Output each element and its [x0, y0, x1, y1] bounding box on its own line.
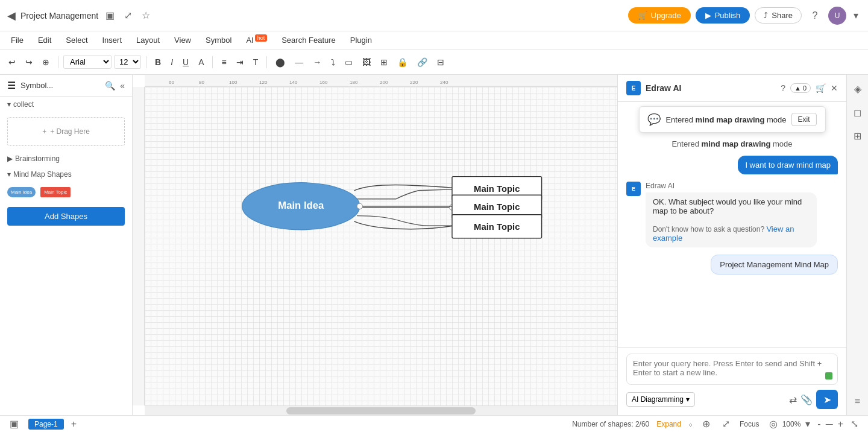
shape-button-1[interactable]: ⬤ — [272, 55, 289, 69]
font-color-button[interactable]: A — [195, 55, 207, 69]
main-idea-shape-thumb[interactable]: Main Idea — [7, 187, 36, 197]
publish-button[interactable]: ▶ Publish — [696, 7, 750, 24]
italic-button[interactable]: I — [167, 55, 177, 69]
publish-icon: ▶ — [705, 11, 711, 20]
table-button[interactable]: ⊞ — [377, 55, 391, 69]
chat-toolbar: AI Diagramming ▾ ⇄ 📎 ➤ — [626, 390, 838, 409]
align-button[interactable]: ≡ — [218, 55, 230, 69]
zoom-in-button[interactable]: + — [835, 416, 846, 432]
undo-button[interactable]: ↩ — [5, 55, 19, 69]
send-button[interactable]: ➤ — [816, 390, 838, 409]
menu-plugin[interactable]: Plugin — [344, 33, 378, 47]
menu-symbol[interactable]: Symbol — [200, 33, 237, 47]
font-size-select[interactable]: 12 — [114, 55, 141, 69]
ruler-mark: 120 — [259, 80, 267, 85]
sidebar-section-brainstorming[interactable]: ▶ Brainstorming — [0, 151, 132, 167]
rs-style-button[interactable]: ◻ — [850, 103, 865, 122]
layers-button[interactable]: ⊕ — [700, 416, 712, 432]
menu-edit[interactable]: Edit — [32, 33, 57, 47]
scrollbar-thumb[interactable] — [286, 407, 476, 415]
main-topic-shape-thumb[interactable]: Main Topic — [40, 187, 71, 197]
menu-ai[interactable]: AIhot — [240, 33, 273, 47]
rs-bottom-icon[interactable]: ≡ — [851, 392, 864, 410]
menu-search-feature[interactable]: Search Feature — [275, 33, 342, 47]
project-title: Project Management — [20, 11, 98, 21]
fit-button[interactable]: ⤢ — [720, 416, 732, 432]
ai-avatar-1: E — [626, 182, 641, 196]
ai-cart-button[interactable]: 🛒 — [816, 83, 826, 93]
menu-view[interactable]: View — [168, 33, 197, 47]
collect-label: collect — [13, 100, 34, 109]
arrow-button[interactable]: → — [309, 55, 325, 69]
add-page-button[interactable]: + — [71, 419, 77, 430]
back-button[interactable]: ◀ — [7, 9, 16, 22]
image-button[interactable]: 🖼 — [359, 55, 374, 69]
right-sidebar: ◈ ◻ ⊞ ≡ — [846, 75, 868, 415]
font-family-select[interactable]: Arial — [63, 55, 112, 69]
menu-insert[interactable]: Insert — [96, 33, 128, 47]
sidebar-section-mindmap[interactable]: ▾ Mind Map Shapes — [0, 167, 132, 182]
clone-button[interactable]: ⊕ — [39, 55, 53, 69]
tooltip-text: Entered mind map drawing mode — [665, 115, 786, 124]
ai-help-button[interactable]: ? — [781, 83, 785, 93]
zoom-circle-button[interactable]: ◎ — [767, 416, 780, 432]
zoom-out-button[interactable]: - — [815, 416, 823, 432]
tooltip-icon: 💬 — [647, 113, 661, 126]
ai-message-1: E Edraw AI OK. What subject would you li… — [626, 182, 817, 247]
help-button[interactable]: ? — [807, 7, 823, 24]
fullscreen-button[interactable]: ⤡ — [848, 416, 861, 432]
user-project-bubble-wrap: Project Management Mind Map — [626, 255, 838, 275]
status-bar: ▣ Page-1 + Number of shapes: 2/60 Expand… — [0, 415, 868, 432]
horizontal-scrollbar[interactable] — [145, 405, 617, 415]
drag-area[interactable]: + + Drag Here — [7, 117, 125, 146]
toolbar-sep-4 — [266, 56, 267, 68]
sidebar-section-collect[interactable]: ▾ collect — [0, 97, 132, 112]
connector-button[interactable]: ⤵ — [327, 55, 339, 69]
chat-attach-button[interactable]: 📎 — [800, 394, 813, 405]
page-tab-active[interactable]: Page-1 — [28, 419, 64, 430]
expand-link[interactable]: Expand — [656, 420, 681, 428]
share-window-button[interactable]: ⤢ — [122, 7, 134, 24]
text-style-button[interactable]: T — [250, 55, 262, 69]
indent-button[interactable]: ⇥ — [233, 55, 247, 69]
star-button[interactable]: ☆ — [139, 7, 153, 24]
box-button[interactable]: ▭ — [341, 55, 356, 69]
menu-file[interactable]: File — [5, 33, 30, 47]
ruler-mark: 80 — [199, 80, 204, 85]
zoom-down-button[interactable]: ▾ — [803, 416, 813, 432]
panel-toggle-button[interactable]: ▣ — [7, 416, 21, 432]
ai-close-button[interactable]: ✕ — [831, 83, 838, 93]
menu-select[interactable]: Select — [60, 33, 93, 47]
ai-diagramming-select[interactable]: AI Diagramming ▾ — [626, 392, 695, 407]
rs-format-button[interactable]: ◈ — [851, 80, 865, 98]
menu-layout[interactable]: Layout — [130, 33, 166, 47]
dont-know-text: Don't know how to ask a question? — [653, 225, 766, 233]
link-button[interactable]: 🔗 — [414, 55, 431, 69]
upgrade-button[interactable]: 🛒 Upgrade — [628, 7, 691, 24]
grid-button[interactable]: ⊟ — [433, 55, 448, 69]
canvas-grid — [145, 87, 617, 405]
redo-button[interactable]: ↪ — [22, 55, 36, 69]
add-shapes-button[interactable]: Add Shapes — [7, 207, 125, 226]
panel-icon-button[interactable]: ▣ — [103, 7, 117, 24]
avatar-dropdown[interactable]: ▾ — [851, 7, 861, 24]
underline-button[interactable]: U — [179, 55, 192, 69]
ai-panel: E Edraw AI ? ▲ 0 🛒 ✕ 💬 Entered mind map … — [617, 75, 846, 415]
lock-button[interactable]: 🔒 — [394, 55, 411, 69]
canvas-area[interactable]: 60 80 100 120 140 160 180 200 220 240 — [133, 75, 617, 415]
sidebar-collapse-button[interactable]: « — [120, 81, 125, 91]
chat-input[interactable] — [633, 359, 831, 380]
chat-format-button[interactable]: ⇄ — [789, 394, 797, 405]
toolbar-sep-3 — [212, 56, 213, 68]
sidebar-title: Symbol... — [20, 81, 100, 90]
ruler-mark: 200 — [380, 80, 388, 85]
top-bar-icons: ▣ ⤢ ☆ — [103, 7, 153, 24]
ai-diagramming-chevron: ▾ — [686, 395, 690, 404]
rs-grid-button[interactable]: ⊞ — [850, 127, 865, 145]
exit-button[interactable]: Exit — [791, 113, 817, 126]
line-button[interactable]: — — [291, 55, 307, 69]
sidebar-search-button[interactable]: 🔍 — [105, 81, 115, 91]
bold-button[interactable]: B — [151, 55, 165, 69]
share-button[interactable]: ⤴ Share — [755, 7, 802, 24]
user-avatar[interactable]: U — [828, 7, 846, 25]
